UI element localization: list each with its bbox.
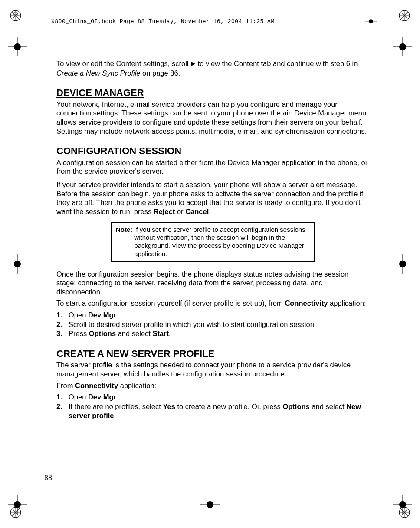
note-box: Note: If you set the server profile to a… — [111, 222, 315, 262]
header-text: X800_China_OI.book Page 88 Tuesday, Nove… — [51, 18, 275, 25]
server-steps-list: 1. Open Dev Mgr. 2. If there are no prof… — [56, 393, 369, 420]
page-number: 88 — [44, 474, 52, 482]
svg-marker-46 — [191, 62, 195, 66]
svg-point-36 — [14, 501, 21, 508]
svg-line-6 — [16, 10, 18, 16]
list-item: 1. Open Dev Mgr. — [56, 393, 369, 402]
crop-mark-icon — [8, 37, 27, 56]
device-manager-p1: Your network, Internet, e-mail service p… — [56, 100, 369, 136]
right-arrow-icon — [190, 59, 196, 69]
crop-mark-icon — [200, 495, 220, 514]
crop-mark-icon — [365, 16, 377, 27]
list-item: 2. If there are no profiles, select Yes … — [56, 402, 369, 420]
config-session-p1: A configuration session can be started e… — [56, 158, 369, 176]
svg-point-33 — [399, 261, 406, 267]
svg-point-30 — [14, 261, 21, 267]
list-item: 2. Scroll to desired server profile in w… — [56, 320, 369, 329]
heading-device-manager: DEVICE MANAGER — [56, 87, 369, 99]
registration-mark-icon — [10, 10, 22, 22]
crop-mark-icon — [393, 37, 412, 56]
svg-point-39 — [399, 501, 406, 508]
list-item: 3. Press Options and select Start. — [56, 329, 369, 338]
svg-line-5 — [13, 10, 16, 16]
intro-paragraph: To view or edit the Content settings, sc… — [56, 59, 369, 77]
server-profile-p1: The server profile is the settings neede… — [56, 360, 369, 378]
page-content: To view or edit the Content settings, sc… — [56, 59, 369, 420]
config-steps-list: 1. Open Dev Mgr. 2. Scroll to desired se… — [56, 310, 369, 338]
svg-point-27 — [399, 43, 406, 50]
server-profile-p2: From Connectivity application: — [56, 381, 369, 390]
crop-mark-icon — [393, 254, 412, 274]
note-label: Note: — [116, 226, 132, 258]
note-text: If you set the server profile to accept … — [134, 226, 309, 258]
crop-mark-icon — [8, 254, 27, 274]
heading-config-session: CONFIGURATION SESSION — [56, 145, 369, 157]
list-item: 1. Open Dev Mgr. — [56, 310, 369, 320]
svg-point-24 — [14, 43, 21, 50]
heading-server-profile: CREATE A NEW SERVER PROFILE — [56, 348, 369, 360]
config-session-p2: If your service provider intends to star… — [56, 180, 369, 216]
crop-mark-icon — [8, 495, 27, 514]
page-header: X800_China_OI.book Page 88 Tuesday, Nove… — [38, 16, 390, 30]
config-session-p3: Once the configuration session begins, t… — [56, 270, 369, 297]
crop-mark-icon — [393, 495, 412, 514]
svg-point-45 — [369, 19, 373, 23]
registration-mark-icon — [398, 10, 410, 22]
config-session-p4: To start a configuration session yoursel… — [56, 299, 369, 308]
svg-point-42 — [207, 501, 213, 508]
